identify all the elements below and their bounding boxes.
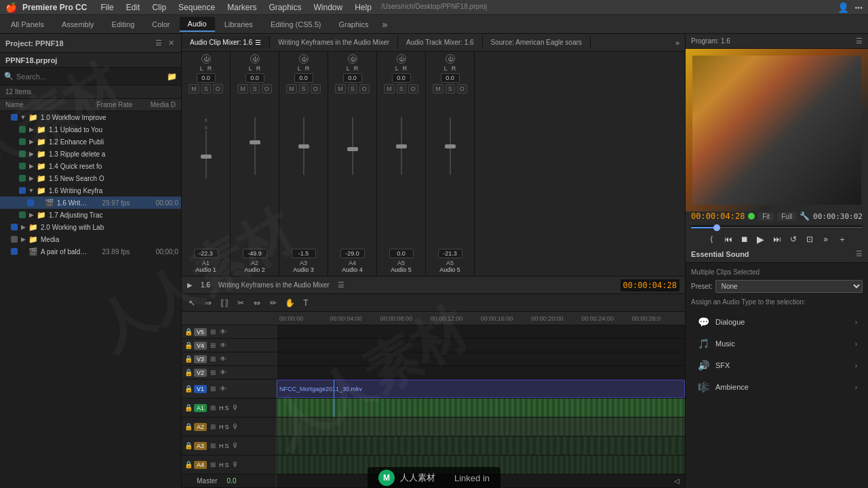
- track-lock-v4[interactable]: 🔒: [184, 342, 193, 350]
- import-folder-icon[interactable]: 📁: [167, 72, 177, 81]
- track-label-v3[interactable]: V3: [194, 355, 207, 363]
- safe-btn[interactable]: ⊡: [803, 233, 816, 245]
- record-btn[interactable]: O: [262, 84, 272, 94]
- track-content-v1[interactable]: NFCC_Mortgage2011_30.mkv: [277, 380, 685, 398]
- ripple-edit-btn[interactable]: ⟦⟧: [218, 297, 231, 309]
- track-label-v1[interactable]: V1: [194, 385, 207, 393]
- master-value[interactable]: 0.0: [227, 477, 237, 485]
- es-type-dialogue[interactable]: 💬 Dialogue ›: [691, 311, 863, 333]
- channel-power-btn[interactable]: ⏻: [201, 54, 211, 64]
- menu-graphics[interactable]: Graphics: [263, 1, 307, 14]
- slip-tool-btn[interactable]: ⇔: [251, 297, 263, 309]
- item-expand-btn[interactable]: ▶: [27, 150, 35, 158]
- record-btn[interactable]: O: [213, 84, 223, 94]
- record-btn[interactable]: O: [457, 84, 467, 94]
- item-expand-btn[interactable]: ▼: [19, 113, 27, 121]
- tab-editing[interactable]: Editing: [104, 18, 143, 31]
- app-name[interactable]: Premiere Pro CC: [22, 3, 87, 12]
- es-type-ambience[interactable]: 🎼 Ambience ›: [691, 376, 863, 398]
- timeline-timecode[interactable]: 00:00:04:28: [620, 279, 679, 291]
- list-item[interactable]: ▼ 📁 1.6 Writing Keyfra: [0, 184, 181, 197]
- track-s-a1[interactable]: S: [225, 405, 229, 411]
- mute-btn[interactable]: M: [433, 84, 443, 94]
- track-h-a1[interactable]: H: [219, 405, 224, 411]
- es-type-sfx[interactable]: 🔊 SFX ›: [691, 354, 863, 376]
- track-lock-v5[interactable]: 🔒: [184, 328, 193, 336]
- preview-timecode[interactable]: 00:00:04:28: [691, 211, 745, 221]
- track-label-a3[interactable]: A3: [194, 442, 207, 450]
- more-controls-btn[interactable]: »: [819, 233, 833, 245]
- item-expand-btn[interactable]: ▶: [27, 211, 35, 219]
- track-settings-a2[interactable]: ⊞: [208, 422, 218, 432]
- fader-track[interactable]: [352, 117, 353, 175]
- track-label-v4[interactable]: V4: [194, 342, 207, 350]
- step-fwd-btn[interactable]: ⏭: [770, 233, 784, 245]
- preview-fit-btn[interactable]: Fit: [758, 212, 774, 221]
- track-content-a1[interactable]: [277, 399, 685, 417]
- menu-clip[interactable]: Clip: [146, 1, 172, 14]
- tab-audio[interactable]: Audio: [180, 17, 215, 32]
- channel-power-btn[interactable]: ⏻: [397, 54, 406, 64]
- track-settings-a3[interactable]: ⊞: [208, 441, 218, 451]
- program-menu-icon[interactable]: ☰: [856, 37, 863, 45]
- list-item[interactable]: ▼ 📁 1.0 Workflow Improve: [0, 111, 181, 123]
- list-item[interactable]: ▶ 📁 1.5 New Search O: [0, 172, 181, 184]
- pan-value[interactable]: 0.0: [343, 73, 362, 83]
- track-content-a4[interactable]: [277, 455, 685, 474]
- stop-btn[interactable]: ⏹: [738, 233, 751, 245]
- list-item[interactable]: ▶ 📁 Media: [0, 233, 181, 245]
- fader-track[interactable]: [254, 117, 256, 175]
- record-btn[interactable]: O: [408, 84, 418, 94]
- tab-color[interactable]: Color: [144, 18, 178, 31]
- play-btn[interactable]: ▶: [754, 233, 768, 245]
- tabs-more-icon[interactable]: »: [378, 18, 392, 31]
- solo-btn[interactable]: S: [299, 84, 309, 94]
- track-lock-v1[interactable]: 🔒: [184, 385, 193, 393]
- panel-close-btn[interactable]: ✕: [166, 39, 176, 48]
- menu-edit[interactable]: Edit: [121, 1, 146, 14]
- channel-power-btn[interactable]: ⏻: [348, 54, 357, 64]
- fader-handle[interactable]: [298, 144, 309, 148]
- tab-assembly[interactable]: Assembly: [54, 18, 102, 31]
- master-end-btn[interactable]: ◁: [674, 477, 679, 485]
- es-type-music[interactable]: 🎵 Music ›: [691, 333, 863, 354]
- track-lock-v2[interactable]: 🔒: [184, 369, 193, 377]
- track-lock-a4[interactable]: 🔒: [184, 461, 193, 469]
- fader-track[interactable]: [450, 117, 451, 175]
- track-s-a2[interactable]: S: [225, 424, 229, 430]
- tab-libraries[interactable]: Libraries: [216, 18, 261, 31]
- project-search-input[interactable]: [16, 73, 164, 81]
- solo-btn[interactable]: S: [250, 84, 260, 94]
- track-lock-a2[interactable]: 🔒: [184, 423, 193, 431]
- mute-btn[interactable]: M: [237, 84, 248, 94]
- list-item[interactable]: ▶ 📁 1.7 Adjusting Trac: [0, 209, 181, 221]
- pan-value[interactable]: 0.0: [392, 73, 411, 83]
- track-settings-a4[interactable]: ⊞: [208, 460, 218, 470]
- preview-settings-icon[interactable]: 🔧: [800, 211, 810, 221]
- preset-select[interactable]: None: [715, 280, 863, 293]
- menu-markers[interactable]: Markers: [222, 1, 262, 14]
- track-s-a4[interactable]: S: [225, 462, 229, 468]
- track-settings-v2[interactable]: ⊞: [208, 368, 218, 378]
- track-select-btn[interactable]: ⇒: [202, 297, 214, 309]
- item-expand-btn[interactable]: ▶: [27, 138, 35, 146]
- ruler-time-area[interactable]: 00:00:00 00:00:04:00 00:00:08:00 00:00:1…: [277, 315, 685, 322]
- track-eye-v4[interactable]: 👁: [219, 342, 227, 350]
- record-btn[interactable]: O: [311, 84, 321, 94]
- fader-track[interactable]: [401, 117, 402, 175]
- add-marker-btn[interactable]: ＋: [835, 233, 849, 245]
- track-mic-a2[interactable]: 🎙: [231, 422, 240, 432]
- pan-value[interactable]: 0.0: [441, 73, 460, 83]
- hand-tool-btn[interactable]: ✋: [283, 297, 296, 309]
- track-eye-v1[interactable]: 👁: [219, 385, 227, 393]
- track-settings-v1[interactable]: ⊞: [208, 384, 218, 394]
- list-item[interactable]: ▶ 📁 2.0 Working with Lab: [0, 221, 181, 233]
- mute-btn[interactable]: M: [384, 84, 395, 94]
- menu-help[interactable]: Help: [349, 1, 377, 14]
- fader-handle[interactable]: [250, 140, 260, 144]
- list-item[interactable]: ▶ 📁 1.2 Enhance Publi: [0, 136, 181, 148]
- fader-handle[interactable]: [396, 144, 407, 148]
- menu-file[interactable]: File: [95, 1, 119, 14]
- track-mic-a1[interactable]: 🎙: [231, 403, 240, 413]
- track-settings-a1[interactable]: ⊞: [208, 403, 218, 413]
